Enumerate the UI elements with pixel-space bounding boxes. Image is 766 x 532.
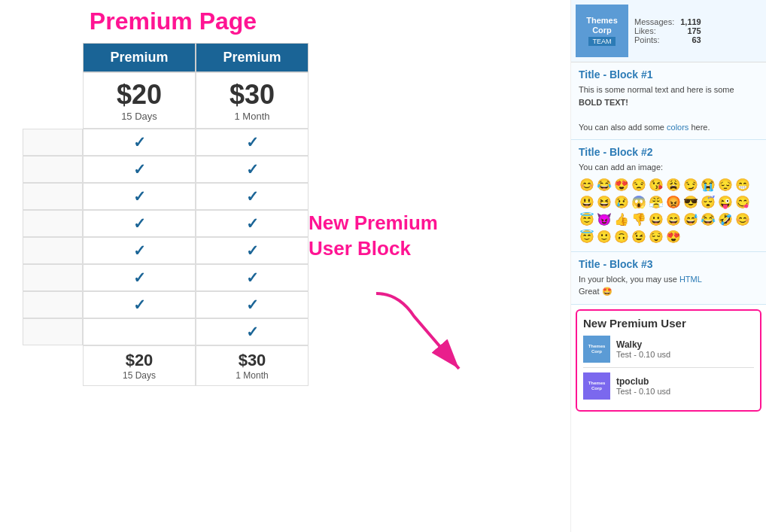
feature-label-1	[23, 129, 83, 156]
feature-label-6	[23, 264, 83, 291]
messages-value: 1,119	[680, 17, 701, 26]
block-1-title: Title - Block #1	[579, 68, 758, 81]
feature-rows: ✓ ✓ ✓ ✓ ✓ ✓ ✓ ✓	[23, 129, 309, 345]
bottom-spacer	[23, 345, 83, 386]
bottom-price-row: $20 15 Days $30 1 Month	[23, 345, 309, 386]
content-block-1: Title - Block #1 This is some normal tex…	[571, 62, 766, 140]
page-title: Premium Page	[8, 8, 293, 35]
check-cell-4-2: ✓	[196, 210, 309, 237]
walky-name: Walky	[616, 339, 670, 350]
price-row: $20 15 Days $30 1 Month	[23, 72, 309, 129]
emoji-item: 😒	[631, 177, 647, 193]
right-panel: Themes Corp TEAM Messages: 1,119 Likes: …	[570, 0, 766, 532]
walky-info: Walky Test - 0.10 usd	[616, 339, 670, 359]
feature-row-1: ✓ ✓	[23, 129, 309, 156]
arrow-indicator	[354, 278, 504, 391]
emoji-item: 😍	[613, 177, 630, 193]
emoji-item: 😂	[596, 177, 612, 193]
feature-label-7	[23, 291, 83, 318]
emoji-grid: 😊😂😍😒😘😩😏😭😔😁😃😆😢😱😤😡😎😴😜😋😇😈👍👎😀😄😅😂🤣😊😇🙂🙃😉😌😍	[579, 177, 758, 245]
profile-card: Themes Corp TEAM Messages: 1,119 Likes: …	[571, 0, 766, 62]
emoji-item: 😤	[648, 194, 664, 211]
emoji-item: 🤣	[717, 211, 734, 228]
walky-avatar-logo: ThemesCorp	[588, 344, 606, 354]
check-cell-2-2: ✓	[196, 156, 309, 183]
likes-value: 175	[687, 26, 701, 35]
feature-row-8: ✓	[23, 318, 309, 345]
emoji-item: 😅	[682, 211, 699, 228]
check-cell-3-1: ✓	[83, 183, 196, 210]
themes-corp-logo: Themes Corp TEAM	[576, 5, 628, 57]
emoji-item: 😊	[734, 211, 751, 228]
emoji-item: 😢	[613, 194, 630, 211]
check-cell-1-2: ✓	[196, 129, 309, 156]
bottom-price-2: $30	[196, 351, 308, 370]
emoji-item: 😴	[700, 194, 716, 211]
emoji-item: 😁	[734, 177, 751, 193]
price-cell-2: $30 1 Month	[196, 72, 309, 129]
check-cell-3-2: ✓	[196, 183, 309, 210]
emoji-item: 😭	[700, 177, 716, 193]
logo-text: Themes Corp	[586, 16, 618, 35]
emoji-item: 😇	[579, 211, 595, 228]
emoji-item: 😃	[579, 194, 595, 211]
emoji-item: 😇	[579, 229, 595, 245]
check-cell-6-1: ✓	[83, 264, 196, 291]
pricing-header-row: Premium Premium	[23, 43, 309, 72]
emoji-item: 😏	[682, 177, 699, 193]
emoji-item: 😂	[700, 211, 716, 228]
feature-label-2	[23, 156, 83, 183]
content-block-2: Title - Block #2 You can add an image: 😊…	[571, 140, 766, 252]
points-value: 63	[692, 35, 701, 44]
walky-avatar: ThemesCorp	[583, 336, 610, 363]
check-cell-7-2: ✓	[196, 291, 309, 318]
emoji-item: 😆	[596, 194, 612, 211]
tpoclub-avatar: ThemesCorp	[583, 372, 610, 400]
plan-header-1: Premium	[83, 43, 196, 72]
emoji-item: 😡	[665, 194, 682, 211]
emoji-item: 😀	[648, 211, 664, 228]
emoji-item: 😎	[682, 194, 699, 211]
stat-messages: Messages: 1,119	[634, 17, 701, 26]
points-label: Points:	[634, 35, 660, 44]
emoji-item: 🙂	[596, 229, 612, 245]
price-duration-2: 1 Month	[196, 111, 308, 122]
emoji-item: 😋	[734, 194, 751, 211]
feature-label-spacer	[23, 43, 83, 72]
emoji-item: 😩	[665, 177, 682, 193]
premium-user-tpoclub: ThemesCorp tpoclub Test - 0.10 usd	[583, 372, 754, 400]
emoji-item: 🙃	[613, 229, 630, 245]
premium-user-walky: ThemesCorp Walky Test - 0.10 usd	[583, 336, 754, 363]
new-premium-block-title: New Premium User	[583, 317, 754, 330]
plan-col-1: Premium	[83, 43, 196, 72]
profile-stats: Messages: 1,119 Likes: 175 Points: 63	[634, 17, 701, 44]
middle-area: New Premium User Block	[293, 0, 570, 532]
emoji-item: 😱	[631, 194, 647, 211]
plan-header-2: Premium	[196, 43, 309, 72]
check-cell-5-2: ✓	[196, 237, 309, 264]
price-duration-1: 15 Days	[84, 111, 195, 122]
emoji-item: 😍	[665, 229, 682, 245]
new-premium-user-block: New Premium User ThemesCorp Walky Test -…	[576, 309, 761, 412]
plan-col-2: Premium	[196, 43, 309, 72]
feature-row-4: ✓ ✓	[23, 210, 309, 237]
block-2-title: Title - Block #2	[579, 146, 758, 158]
tpoclub-info: tpoclub Test - 0.10 usd	[616, 376, 670, 396]
feature-row-6: ✓ ✓	[23, 264, 309, 291]
emoji-item: 😈	[596, 211, 612, 228]
bottom-price-cell-2: $30 1 Month	[196, 345, 309, 386]
new-premium-user-block-label: New Premium User Block	[309, 211, 438, 262]
check-cell-1-1: ✓	[83, 129, 196, 156]
emoji-item: 👎	[631, 211, 647, 228]
emoji-item: 😉	[631, 229, 647, 245]
messages-label: Messages:	[634, 17, 674, 26]
emoji-item: 😔	[717, 177, 734, 193]
bottom-price-cell-1: $20 15 Days	[83, 345, 196, 386]
emoji-item: 😄	[665, 211, 682, 228]
feature-label-3	[23, 183, 83, 210]
left-panel: Premium Page Premium Premium $20 15 Days…	[0, 0, 293, 532]
emoji-item: 😊	[579, 177, 595, 193]
check-cell-8-2: ✓	[196, 318, 309, 345]
price-amount-2: $30	[196, 79, 308, 111]
stat-likes: Likes: 175	[634, 26, 701, 35]
